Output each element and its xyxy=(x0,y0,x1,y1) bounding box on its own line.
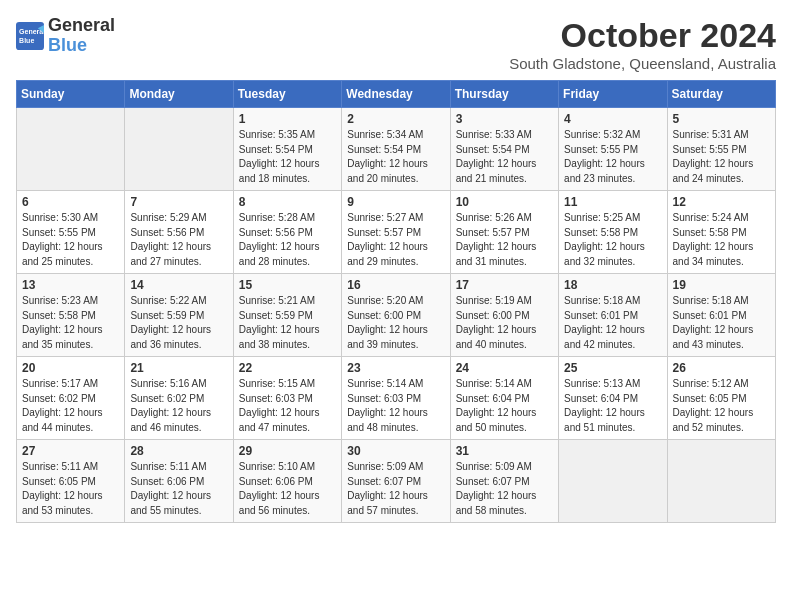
day-info: Sunrise: 5:34 AMSunset: 5:54 PMDaylight:… xyxy=(347,128,444,186)
calendar-week-row: 13Sunrise: 5:23 AMSunset: 5:58 PMDayligh… xyxy=(17,274,776,357)
calendar-cell xyxy=(125,108,233,191)
calendar-cell xyxy=(667,440,775,523)
day-number: 3 xyxy=(456,112,553,126)
calendar-cell: 8Sunrise: 5:28 AMSunset: 5:56 PMDaylight… xyxy=(233,191,341,274)
day-number: 12 xyxy=(673,195,770,209)
day-info: Sunrise: 5:09 AMSunset: 6:07 PMDaylight:… xyxy=(456,460,553,518)
day-number: 15 xyxy=(239,278,336,292)
calendar-cell: 24Sunrise: 5:14 AMSunset: 6:04 PMDayligh… xyxy=(450,357,558,440)
day-info: Sunrise: 5:26 AMSunset: 5:57 PMDaylight:… xyxy=(456,211,553,269)
day-info: Sunrise: 5:10 AMSunset: 6:06 PMDaylight:… xyxy=(239,460,336,518)
day-info: Sunrise: 5:20 AMSunset: 6:00 PMDaylight:… xyxy=(347,294,444,352)
day-info: Sunrise: 5:30 AMSunset: 5:55 PMDaylight:… xyxy=(22,211,119,269)
calendar-cell: 4Sunrise: 5:32 AMSunset: 5:55 PMDaylight… xyxy=(559,108,667,191)
calendar-cell: 28Sunrise: 5:11 AMSunset: 6:06 PMDayligh… xyxy=(125,440,233,523)
calendar-body: 1Sunrise: 5:35 AMSunset: 5:54 PMDaylight… xyxy=(17,108,776,523)
calendar-cell: 10Sunrise: 5:26 AMSunset: 5:57 PMDayligh… xyxy=(450,191,558,274)
day-info: Sunrise: 5:18 AMSunset: 6:01 PMDaylight:… xyxy=(673,294,770,352)
day-number: 9 xyxy=(347,195,444,209)
page-header: General Blue General Blue October 2024 S… xyxy=(16,16,776,72)
day-number: 1 xyxy=(239,112,336,126)
weekday-header-cell: Monday xyxy=(125,81,233,108)
calendar-cell: 18Sunrise: 5:18 AMSunset: 6:01 PMDayligh… xyxy=(559,274,667,357)
day-info: Sunrise: 5:09 AMSunset: 6:07 PMDaylight:… xyxy=(347,460,444,518)
calendar-cell: 23Sunrise: 5:14 AMSunset: 6:03 PMDayligh… xyxy=(342,357,450,440)
day-info: Sunrise: 5:32 AMSunset: 5:55 PMDaylight:… xyxy=(564,128,661,186)
day-number: 17 xyxy=(456,278,553,292)
day-number: 6 xyxy=(22,195,119,209)
weekday-header-row: SundayMondayTuesdayWednesdayThursdayFrid… xyxy=(17,81,776,108)
calendar-cell: 7Sunrise: 5:29 AMSunset: 5:56 PMDaylight… xyxy=(125,191,233,274)
calendar-cell xyxy=(559,440,667,523)
weekday-header-cell: Sunday xyxy=(17,81,125,108)
calendar-cell: 21Sunrise: 5:16 AMSunset: 6:02 PMDayligh… xyxy=(125,357,233,440)
weekday-header-cell: Saturday xyxy=(667,81,775,108)
day-number: 2 xyxy=(347,112,444,126)
day-number: 29 xyxy=(239,444,336,458)
day-info: Sunrise: 5:24 AMSunset: 5:58 PMDaylight:… xyxy=(673,211,770,269)
day-number: 22 xyxy=(239,361,336,375)
day-number: 26 xyxy=(673,361,770,375)
day-number: 31 xyxy=(456,444,553,458)
day-number: 20 xyxy=(22,361,119,375)
month-title: October 2024 xyxy=(509,16,776,55)
day-number: 4 xyxy=(564,112,661,126)
calendar-cell: 9Sunrise: 5:27 AMSunset: 5:57 PMDaylight… xyxy=(342,191,450,274)
calendar-cell: 16Sunrise: 5:20 AMSunset: 6:00 PMDayligh… xyxy=(342,274,450,357)
svg-rect-0 xyxy=(16,22,44,50)
calendar-cell xyxy=(17,108,125,191)
calendar-cell: 14Sunrise: 5:22 AMSunset: 5:59 PMDayligh… xyxy=(125,274,233,357)
calendar-cell: 13Sunrise: 5:23 AMSunset: 5:58 PMDayligh… xyxy=(17,274,125,357)
day-number: 28 xyxy=(130,444,227,458)
calendar-week-row: 6Sunrise: 5:30 AMSunset: 5:55 PMDaylight… xyxy=(17,191,776,274)
day-number: 30 xyxy=(347,444,444,458)
day-info: Sunrise: 5:13 AMSunset: 6:04 PMDaylight:… xyxy=(564,377,661,435)
calendar-table: SundayMondayTuesdayWednesdayThursdayFrid… xyxy=(16,80,776,523)
day-info: Sunrise: 5:11 AMSunset: 6:05 PMDaylight:… xyxy=(22,460,119,518)
calendar-week-row: 1Sunrise: 5:35 AMSunset: 5:54 PMDaylight… xyxy=(17,108,776,191)
day-number: 14 xyxy=(130,278,227,292)
day-number: 21 xyxy=(130,361,227,375)
day-info: Sunrise: 5:28 AMSunset: 5:56 PMDaylight:… xyxy=(239,211,336,269)
day-info: Sunrise: 5:21 AMSunset: 5:59 PMDaylight:… xyxy=(239,294,336,352)
calendar-cell: 6Sunrise: 5:30 AMSunset: 5:55 PMDaylight… xyxy=(17,191,125,274)
day-number: 11 xyxy=(564,195,661,209)
day-info: Sunrise: 5:14 AMSunset: 6:03 PMDaylight:… xyxy=(347,377,444,435)
day-info: Sunrise: 5:33 AMSunset: 5:54 PMDaylight:… xyxy=(456,128,553,186)
calendar-cell: 2Sunrise: 5:34 AMSunset: 5:54 PMDaylight… xyxy=(342,108,450,191)
day-number: 7 xyxy=(130,195,227,209)
calendar-cell: 25Sunrise: 5:13 AMSunset: 6:04 PMDayligh… xyxy=(559,357,667,440)
calendar-cell: 5Sunrise: 5:31 AMSunset: 5:55 PMDaylight… xyxy=(667,108,775,191)
day-info: Sunrise: 5:27 AMSunset: 5:57 PMDaylight:… xyxy=(347,211,444,269)
day-number: 19 xyxy=(673,278,770,292)
day-info: Sunrise: 5:23 AMSunset: 5:58 PMDaylight:… xyxy=(22,294,119,352)
day-info: Sunrise: 5:22 AMSunset: 5:59 PMDaylight:… xyxy=(130,294,227,352)
calendar-cell: 12Sunrise: 5:24 AMSunset: 5:58 PMDayligh… xyxy=(667,191,775,274)
day-info: Sunrise: 5:11 AMSunset: 6:06 PMDaylight:… xyxy=(130,460,227,518)
calendar-cell: 15Sunrise: 5:21 AMSunset: 5:59 PMDayligh… xyxy=(233,274,341,357)
day-info: Sunrise: 5:17 AMSunset: 6:02 PMDaylight:… xyxy=(22,377,119,435)
day-info: Sunrise: 5:18 AMSunset: 6:01 PMDaylight:… xyxy=(564,294,661,352)
day-number: 16 xyxy=(347,278,444,292)
logo-icon: General Blue xyxy=(16,22,44,50)
calendar-cell: 31Sunrise: 5:09 AMSunset: 6:07 PMDayligh… xyxy=(450,440,558,523)
calendar-cell: 1Sunrise: 5:35 AMSunset: 5:54 PMDaylight… xyxy=(233,108,341,191)
calendar-cell: 19Sunrise: 5:18 AMSunset: 6:01 PMDayligh… xyxy=(667,274,775,357)
title-area: October 2024 South Gladstone, Queensland… xyxy=(509,16,776,72)
day-info: Sunrise: 5:16 AMSunset: 6:02 PMDaylight:… xyxy=(130,377,227,435)
logo: General Blue General Blue xyxy=(16,16,115,56)
day-info: Sunrise: 5:29 AMSunset: 5:56 PMDaylight:… xyxy=(130,211,227,269)
calendar-cell: 27Sunrise: 5:11 AMSunset: 6:05 PMDayligh… xyxy=(17,440,125,523)
day-info: Sunrise: 5:25 AMSunset: 5:58 PMDaylight:… xyxy=(564,211,661,269)
weekday-header-cell: Wednesday xyxy=(342,81,450,108)
day-number: 13 xyxy=(22,278,119,292)
calendar-week-row: 27Sunrise: 5:11 AMSunset: 6:05 PMDayligh… xyxy=(17,440,776,523)
day-info: Sunrise: 5:35 AMSunset: 5:54 PMDaylight:… xyxy=(239,128,336,186)
day-info: Sunrise: 5:31 AMSunset: 5:55 PMDaylight:… xyxy=(673,128,770,186)
calendar-cell: 29Sunrise: 5:10 AMSunset: 6:06 PMDayligh… xyxy=(233,440,341,523)
location-subtitle: South Gladstone, Queensland, Australia xyxy=(509,55,776,72)
calendar-cell: 11Sunrise: 5:25 AMSunset: 5:58 PMDayligh… xyxy=(559,191,667,274)
day-number: 5 xyxy=(673,112,770,126)
calendar-cell: 26Sunrise: 5:12 AMSunset: 6:05 PMDayligh… xyxy=(667,357,775,440)
day-number: 24 xyxy=(456,361,553,375)
